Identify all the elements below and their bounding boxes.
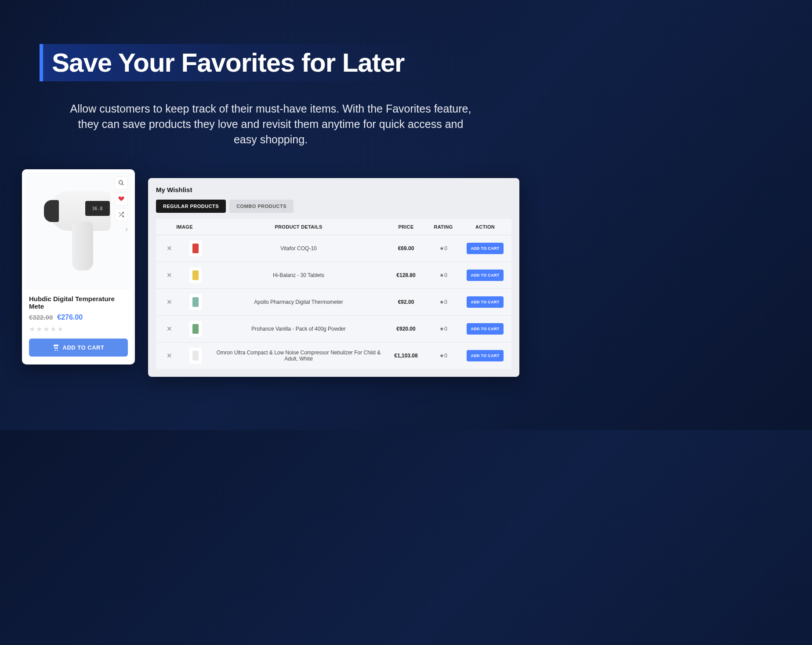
add-to-cart-button[interactable]: ADD TO CART (467, 323, 504, 335)
svg-line-4 (119, 212, 120, 214)
chevron-right-icon[interactable] (123, 225, 130, 237)
item-rating: ★0 (428, 299, 459, 305)
table-row: ✕ Vitafor COQ-10 €69.00 ★0 ADD TO CART (156, 235, 511, 262)
item-rating: ★0 (428, 272, 459, 278)
table-row: ✕ Omron Ultra Compact & Low Noise Compre… (156, 343, 511, 369)
table-row: ✕ Prohance Vanilla - Pack of 400g Powder… (156, 316, 511, 343)
item-image (189, 348, 202, 364)
shuffle-icon[interactable] (115, 208, 128, 221)
svg-point-0 (119, 181, 123, 184)
hero-title: Save Your Favorites for Later (52, 47, 404, 78)
old-price: €322.00 (29, 313, 53, 321)
product-card: 36.8 (22, 169, 135, 364)
favorite-icon[interactable] (115, 192, 128, 205)
rating-stars: ★★★★★ (29, 325, 128, 333)
remove-item-button[interactable]: ✕ (160, 244, 178, 252)
remove-item-button[interactable]: ✕ (160, 352, 178, 360)
item-name: Prohance Vanilla - Pack of 400g Powder (213, 326, 384, 332)
table-row: ✕ Hi-Balanz - 30 Tablets €128.80 ★0 ADD … (156, 262, 511, 289)
item-price: €69.00 (388, 245, 424, 251)
item-rating: ★0 (428, 245, 459, 251)
col-details: PRODUCT DETAILS (213, 224, 384, 230)
add-to-cart-label: ADD TO CART (63, 344, 105, 351)
remove-item-button[interactable]: ✕ (160, 298, 178, 306)
item-name: Vitafor COQ-10 (213, 245, 384, 251)
item-image (189, 241, 202, 256)
new-price: €276.00 (57, 313, 83, 321)
add-to-cart-button[interactable]: ADD TO CART (467, 270, 504, 281)
table-row: ✕ Apollo Pharmacy Digital Thermometer €9… (156, 289, 511, 316)
thermometer-readout: 36.8 (92, 206, 102, 211)
product-title: Hubdic Digital Temperature Mete (29, 295, 128, 310)
item-name: Apollo Pharmacy Digital Thermometer (213, 299, 384, 305)
item-name: Hi-Balanz - 30 Tablets (213, 272, 384, 278)
item-image (189, 294, 202, 310)
hero-description: Allow customers to keep track of their m… (69, 101, 473, 147)
search-icon[interactable] (115, 176, 128, 189)
add-to-cart-button[interactable]: ADD TO CART (29, 339, 128, 357)
product-image-area: 36.8 (25, 172, 132, 290)
remove-item-button[interactable]: ✕ (160, 271, 178, 279)
wishlist-panel: My Wishlist REGULAR PRODUCTS COMBO PRODU… (148, 178, 519, 377)
item-name: Omron Ultra Compact & Low Noise Compress… (213, 350, 384, 362)
item-image (189, 321, 202, 337)
tab-regular-products[interactable]: REGULAR PRODUCTS (156, 200, 226, 213)
item-rating: ★0 (428, 353, 459, 359)
col-rating: RATING (428, 224, 459, 230)
add-to-cart-button[interactable]: ADD TO CART (467, 296, 504, 308)
remove-item-button[interactable]: ✕ (160, 325, 178, 333)
item-price: €128.80 (388, 272, 424, 278)
tab-combo-products[interactable]: COMBO PRODUCTS (229, 200, 294, 213)
wishlist-table: IMAGE PRODUCT DETAILS PRICE RATING ACTIO… (156, 219, 511, 369)
item-price: €920.00 (388, 326, 424, 332)
item-rating: ★0 (428, 326, 459, 332)
item-price: €1,103.08 (388, 353, 424, 359)
item-image (189, 267, 202, 283)
add-to-cart-button[interactable]: ADD TO CART (467, 243, 504, 254)
wishlist-title: My Wishlist (156, 186, 511, 193)
col-price: PRICE (388, 224, 424, 230)
item-price: €92.00 (388, 299, 424, 305)
add-to-cart-button[interactable]: ADD TO CART (467, 350, 504, 361)
hero-title-container: Save Your Favorites for Later (40, 44, 431, 81)
col-action: ACTION (463, 224, 507, 230)
svg-line-1 (122, 184, 124, 186)
col-image: IMAGE (160, 224, 209, 230)
product-image: 36.8 (41, 191, 116, 270)
